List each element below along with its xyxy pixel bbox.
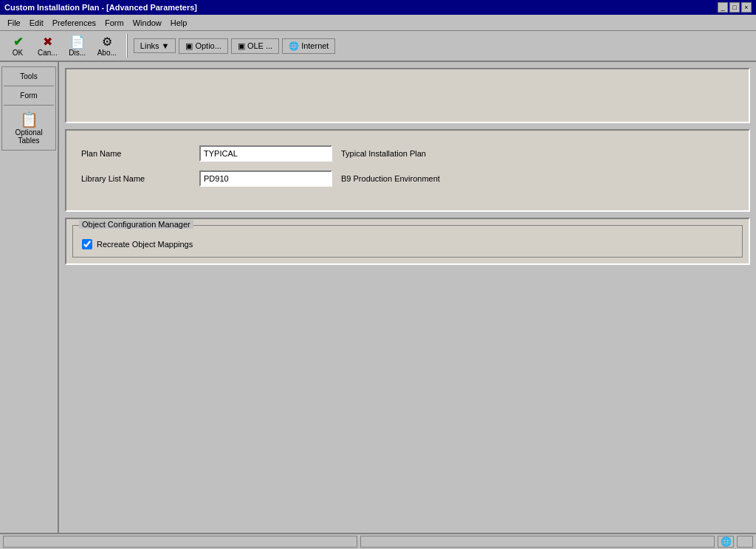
cancel-button[interactable]: ✖ Can... [34,32,61,59]
toolbar: ✔ OK ✖ Can... 📄 Dis... ⚙ Abo... Links ▼ … [0,31,756,62]
ok-label: OK [13,49,23,57]
recreate-mappings-row: Recreate Object Mappings [82,239,733,249]
close-button[interactable]: × [741,2,752,13]
ok-button[interactable]: ✔ OK [4,32,31,59]
cancel-label: Can... [38,49,58,57]
ole-button[interactable]: ▣ OLE ... [231,38,279,54]
window-title: Custom Installation Plan - [Advanced Par… [4,3,197,12]
plan-name-label: Plan Name [81,149,199,158]
options-button[interactable]: ▣ Optio... [179,38,227,54]
display-button[interactable]: 📄 Dis... [64,32,91,59]
status-section-1 [3,536,357,548]
library-list-row: Library List Name B9 Production Environm… [81,170,734,187]
library-list-description: B9 Production Environment [341,174,440,183]
display-icon: 📄 [70,35,85,49]
top-panel-content [72,75,743,116]
main-layout: Tools Form 📋 Optional Tables Plan Name [0,62,756,533]
about-button[interactable]: ⚙ Abo... [94,32,120,59]
menu-file[interactable]: File [3,17,25,29]
optional-tables-icon: 📋 [20,111,38,128]
sidebar-tools[interactable]: Tools [4,69,54,84]
form-label: Form [20,92,37,100]
library-list-label: Library List Name [81,174,199,183]
menu-preferences[interactable]: Preferences [48,17,100,29]
form-fields: Plan Name Typical Installation Plan Libr… [72,137,743,204]
internet-icon: 🌐 [289,41,299,51]
menu-window[interactable]: Window [128,17,166,29]
menu-bar: File Edit Preferences Form Window Help [0,15,756,31]
recreate-mappings-checkbox[interactable] [82,239,92,249]
options-icon: ▣ [185,41,193,51]
optional-tables-label: Optional Tables [15,128,42,145]
recreate-mappings-label: Recreate Object Mappings [97,240,193,249]
status-section-2 [360,536,715,548]
about-label: Abo... [97,49,117,57]
window-controls[interactable]: _ □ × [718,2,752,13]
links-arrow-icon: ▼ [162,41,170,50]
ocm-panel: Object Configuration Manager Recreate Ob… [65,218,750,265]
plan-name-input[interactable] [199,145,332,162]
maximize-button[interactable]: □ [729,2,740,13]
library-list-input[interactable] [199,170,332,187]
plan-name-row: Plan Name Typical Installation Plan [81,145,734,162]
menu-help[interactable]: Help [166,17,192,29]
internet-button[interactable]: 🌐 Internet [282,38,335,54]
ole-label: OLE ... [247,41,272,50]
cancel-icon: ✖ [43,35,52,49]
globe-icon[interactable]: 🌐 [718,536,734,548]
top-panel [65,68,750,123]
ole-icon: ▣ [238,41,245,51]
status-section-3 [737,536,753,548]
toolbar-separator [126,34,128,58]
sidebar-optional-tables[interactable]: 📋 Optional Tables [4,107,54,148]
ocm-legend: Object Configuration Manager [79,220,193,229]
links-button[interactable]: Links ▼ [134,38,176,53]
sidebar-divider-2 [4,105,54,106]
sidebar-floater: Tools Form 📋 Optional Tables [1,66,56,151]
ocm-inner: Object Configuration Manager Recreate Ob… [72,225,743,258]
minimize-button[interactable]: _ [718,2,728,13]
internet-label: Internet [301,41,329,50]
form-panel: Plan Name Typical Installation Plan Libr… [65,129,750,212]
sidebar: Tools Form 📋 Optional Tables [0,62,59,533]
content-area: Plan Name Typical Installation Plan Libr… [59,62,756,533]
tools-label: Tools [20,72,37,80]
menu-form[interactable]: Form [100,17,128,29]
about-icon: ⚙ [102,35,112,49]
ok-icon: ✔ [13,35,23,49]
sidebar-form[interactable]: Form [4,88,54,103]
title-bar: Custom Installation Plan - [Advanced Par… [0,0,756,15]
menu-edit[interactable]: Edit [25,17,48,29]
sidebar-divider-1 [4,86,54,86]
links-label: Links [140,41,159,50]
plan-name-description: Typical Installation Plan [341,149,426,158]
options-label: Optio... [195,41,221,50]
status-bar: 🌐 [0,533,756,549]
display-label: Dis... [69,49,86,57]
